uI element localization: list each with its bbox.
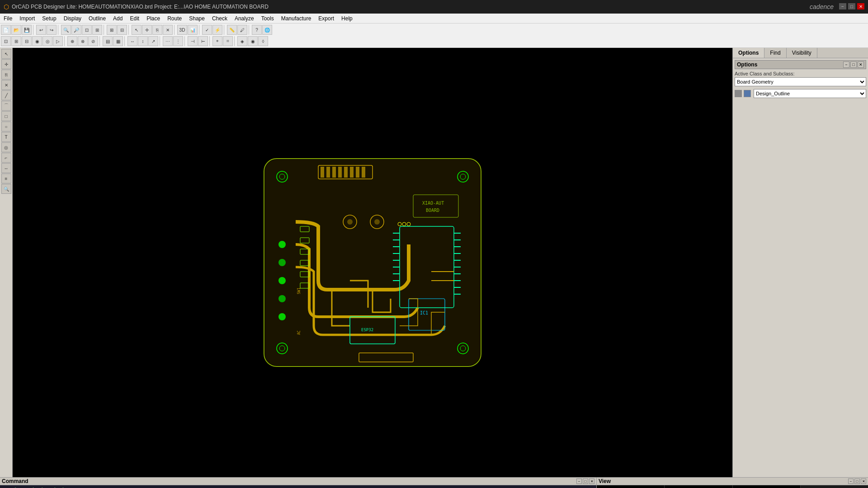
menu-import[interactable]: Import [16,14,38,23]
tb-select[interactable]: ↖ [132,25,142,35]
tb2-5[interactable]: ◎ [42,36,52,46]
view-restore-btn[interactable]: □ [854,479,860,484]
view-panel: View − □ ✕ [597,478,868,488]
tb-zoom-fit[interactable]: ⊡ [82,25,92,35]
side-select[interactable]: ↖ [1,49,11,59]
side-add-circle[interactable]: ○ [1,122,11,131]
class-select[interactable]: Board Geometry [735,77,866,86]
menu-analyze[interactable]: Analyze [231,14,258,23]
side-add-line[interactable]: ╱ [1,90,11,100]
tb2-11[interactable]: ▦ [113,36,123,46]
view-minimize-btn[interactable]: − [848,479,854,484]
tb2-16[interactable]: ⋮ [173,36,183,46]
svg-rect-12 [326,167,330,178]
tb2-4[interactable]: ◉ [32,36,42,46]
tb2-18[interactable]: ⊢ [198,36,208,46]
view-close-btn[interactable]: ✕ [861,479,866,484]
tb2-10[interactable]: ▤ [103,36,113,46]
menu-export[interactable]: Export [315,14,338,23]
maximize-button[interactable]: □ [848,3,855,9]
tb-new[interactable]: 📄 [1,25,11,35]
tb2-22[interactable]: ◉ [248,36,258,46]
side-measure[interactable]: ↔ [1,163,11,173]
menu-display[interactable]: Display [60,14,85,23]
options-restore-btn[interactable]: □ [850,61,857,68]
tb-save[interactable]: 💾 [22,25,32,35]
tb2-1[interactable]: ⊡ [1,36,11,46]
menu-shape[interactable]: Shape [185,14,208,23]
menu-edit[interactable]: Edit [126,14,143,23]
tb-drc[interactable]: ✓ [202,25,212,35]
side-route[interactable]: ⌐ [1,153,11,163]
tab-find[interactable]: Find [764,48,786,58]
tab-options[interactable]: Options [733,48,764,58]
side-prop[interactable]: ≡ [1,174,11,183]
subclass-select[interactable]: Design_Outline [754,89,866,98]
tb2-2[interactable]: ⊞ [11,36,21,46]
menu-manufacture[interactable]: Manufacture [278,14,315,23]
tb-open[interactable]: 📂 [11,25,21,35]
tb-move[interactable]: ✛ [142,25,152,35]
command-restore-btn[interactable]: □ [583,479,588,484]
close-button[interactable]: ✕ [857,3,864,9]
tb-undo[interactable]: ↩ [36,25,46,35]
menu-route[interactable]: Route [164,14,185,23]
tab-visibility[interactable]: Visibility [787,48,817,58]
view-seg-1 [597,485,665,488]
options-close-btn[interactable]: ✕ [858,61,864,68]
tb-snap[interactable]: ⊟ [117,25,127,35]
svg-text:XIAO-AUT: XIAO-AUT [422,201,444,206]
menu-outline[interactable]: Outline [85,14,109,23]
tb2-17[interactable]: ⊣ [188,36,198,46]
menu-place[interactable]: Place [143,14,164,23]
tb-highlight[interactable]: 🖊 [237,25,247,35]
svg-point-61 [278,313,286,320]
side-delete[interactable]: ✕ [1,80,11,90]
tb-copy[interactable]: ⎘ [152,25,162,35]
tb-zoom-out[interactable]: 🔎 [71,25,81,35]
side-copy[interactable]: ⎘ [1,70,11,80]
tb-netlist[interactable]: ⚡ [212,25,222,35]
menu-help[interactable]: Help [338,14,356,23]
tb2-21[interactable]: ◈ [237,36,247,46]
side-add-text[interactable]: T [1,132,11,142]
tb2-23[interactable]: ◊ [258,36,268,46]
menu-add[interactable]: Add [109,14,126,23]
tb-plot[interactable]: 📊 [188,25,198,35]
tb2-7[interactable]: ⊕ [67,36,77,46]
tb-help[interactable]: ? [252,25,262,35]
minimize-button[interactable]: − [839,3,846,9]
tb-3d[interactable]: 3D [177,25,187,35]
tb-zoom-in[interactable]: 🔍 [61,25,71,35]
menu-check[interactable]: Check [208,14,231,23]
side-add-arc[interactable]: ⌒ [1,101,11,111]
tb-measure[interactable]: 📏 [227,25,237,35]
side-add-rect[interactable]: □ [1,111,11,121]
tb-redo[interactable]: ↪ [47,25,57,35]
tb-web[interactable]: 🌐 [262,25,272,35]
command-minimize-btn[interactable]: − [576,479,582,484]
side-via[interactable]: ◎ [1,142,11,152]
tb2-6[interactable]: ▷ [53,36,63,46]
tb2-20[interactable]: ⌗ [223,36,233,46]
tb2-15[interactable]: ⋯ [163,36,173,46]
tb-delete[interactable]: ✕ [163,25,173,35]
tb2-8[interactable]: ⊗ [78,36,88,46]
canvas-area[interactable]: IC1 XIAO-AUT BOARD [13,48,732,477]
tb2-19[interactable]: ⌖ [212,36,222,46]
command-close-btn[interactable]: ✕ [589,479,594,484]
tb-zoom-sel[interactable]: ⊞ [92,25,102,35]
tb-sep-6 [199,25,201,35]
tb2-14[interactable]: ↗ [148,36,158,46]
side-find[interactable]: 🔍 [1,184,11,194]
tb2-12[interactable]: ↔ [127,36,137,46]
options-minimize-btn[interactable]: − [843,61,849,68]
menu-setup[interactable]: Setup [38,14,60,23]
tb2-13[interactable]: ↕ [138,36,148,46]
tb2-3[interactable]: ⊟ [22,36,32,46]
tb-grid[interactable]: ⊞ [107,25,117,35]
tb2-9[interactable]: ⊘ [88,36,98,46]
menu-file[interactable]: File [0,14,16,23]
side-move[interactable]: ✛ [1,59,11,69]
menu-tools[interactable]: Tools [258,14,278,23]
